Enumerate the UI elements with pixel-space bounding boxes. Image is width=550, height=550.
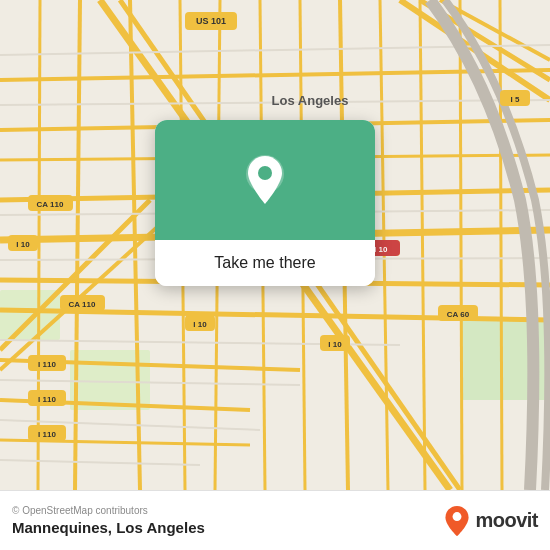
- moovit-brand-text: moovit: [475, 509, 538, 532]
- location-card: Take me there: [155, 120, 375, 286]
- svg-text:CA 110: CA 110: [37, 200, 64, 209]
- svg-text:Los Angeles: Los Angeles: [272, 93, 349, 108]
- svg-line-24: [460, 0, 462, 490]
- svg-text:I 10: I 10: [328, 340, 342, 349]
- svg-text:CA 110: CA 110: [69, 300, 96, 309]
- card-map-preview: [155, 120, 375, 240]
- location-pin-icon: [244, 154, 286, 206]
- svg-point-73: [258, 166, 272, 180]
- svg-text:I 110: I 110: [38, 360, 56, 369]
- svg-line-26: [38, 0, 40, 490]
- svg-point-74: [453, 512, 462, 521]
- svg-text:I 110: I 110: [38, 430, 56, 439]
- moovit-logo: moovit: [443, 505, 538, 537]
- copyright-text: © OpenStreetMap contributors: [12, 505, 205, 516]
- svg-text:I 10: I 10: [193, 320, 207, 329]
- take-me-there-button[interactable]: Take me there: [155, 240, 375, 286]
- location-name: Mannequines, Los Angeles: [12, 519, 205, 536]
- map-container: US 101 CA 110 I 10 CA 110 I 10 I 5;I 10 …: [0, 0, 550, 490]
- svg-text:CA 60: CA 60: [447, 310, 470, 319]
- svg-text:I 10: I 10: [16, 240, 30, 249]
- moovit-pin-icon: [443, 505, 471, 537]
- svg-line-25: [500, 0, 502, 490]
- svg-text:I 5: I 5: [511, 95, 520, 104]
- svg-text:US 101: US 101: [196, 16, 226, 26]
- svg-text:I 110: I 110: [38, 395, 56, 404]
- bottom-left: © OpenStreetMap contributors Mannequines…: [12, 505, 205, 536]
- bottom-bar: © OpenStreetMap contributors Mannequines…: [0, 490, 550, 550]
